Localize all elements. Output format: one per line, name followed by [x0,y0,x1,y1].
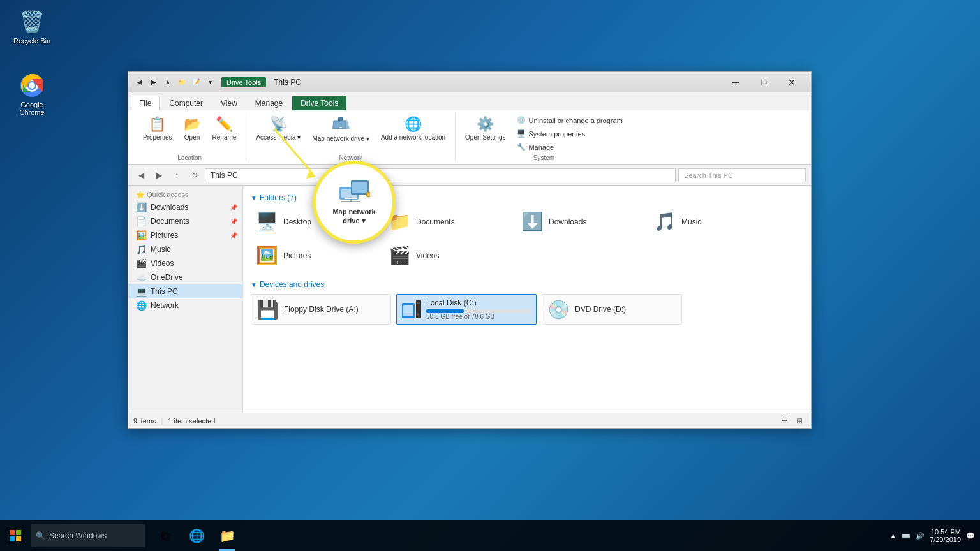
manage-icon: 🔧 [517,143,526,151]
items-count: 9 items [133,417,156,425]
floppy-info: Floppy Disk Drive (A:) [284,305,385,314]
taskbar-task-view[interactable]: ⧉ [151,520,181,551]
rename-icon: ✏️ [216,116,233,133]
ribbon-group-location: 📋 Properties 📂 Open ✏️ Rename Location [133,113,246,161]
up-nav-button[interactable]: ↑ [169,168,184,183]
rename-button[interactable]: ✏️ Rename [208,113,241,144]
ribbon: File Computer View Manage Drive Tools 📋 … [128,92,811,165]
sidebar-item-this-pc[interactable]: 💻 This PC [128,284,242,298]
sidebar-item-downloads[interactable]: ⬇️ Downloads 📌 [128,200,242,214]
tab-drive-tools[interactable]: Drive Tools [292,96,346,110]
music-icon: 🎵 [136,244,147,254]
disk-c-info: Local Disk (C:) 50.6 GB free of 78.6 GB [426,298,531,320]
system-group-label: System [461,154,627,161]
details-view-button[interactable]: ☰ [778,415,791,427]
system-properties-button[interactable]: 🖥️ System properties [512,128,627,140]
taskbar-clock[interactable]: 10:54 PM 7/29/2019 [930,528,961,543]
floppy-drive[interactable]: 💾 Floppy Disk Drive (A:) [251,294,391,325]
taskbar-edge[interactable]: 🌐 [181,520,212,551]
devices-section-header[interactable]: ▼ Devices and drives [251,280,803,289]
tab-computer[interactable]: Computer [161,96,211,110]
ribbon-content: 📋 Properties 📂 Open ✏️ Rename Location [128,110,811,165]
folders-section-header[interactable]: ▼ Folders (7) [251,193,803,202]
up-button[interactable]: ▲ [161,76,174,89]
onedrive-icon: ☁️ [136,272,147,283]
address-box[interactable]: This PC [205,168,676,182]
open-settings-button[interactable]: ⚙️ Open Settings [461,113,510,144]
large-icons-view-button[interactable]: ⊞ [793,415,806,427]
maximize-button[interactable]: □ [750,72,778,92]
back-nav-button[interactable]: ◀ [133,168,149,183]
sidebar-item-music[interactable]: 🎵 Music [128,242,242,256]
google-chrome-icon[interactable]: Google Chrome [6,70,57,119]
start-button[interactable] [0,520,31,551]
title-controls: ─ □ ✕ [722,72,806,92]
add-location-label: Add a network location [381,134,445,141]
dvd-drive-d[interactable]: 💿 DVD Drive (D:) [542,294,682,325]
add-location-icon: 🌐 [405,116,422,133]
tab-view[interactable]: View [212,96,246,110]
uninstall-icon: 💿 [517,116,526,124]
status-bar-right: ☰ ⊞ [778,415,806,427]
videos-icon: 🎬 [136,258,147,268]
tab-file[interactable]: File [131,96,160,110]
folder-pictures[interactable]: 🖼️ Pictures [251,241,378,270]
folders-title: Folders (7) [260,193,297,202]
local-disk-c[interactable]: Local Disk (C:) 50.6 GB free of 78.6 GB [396,294,537,325]
map-network-drive-button[interactable]: Map network drive ▾ [308,113,373,145]
forward-nav-button[interactable]: ▶ [151,168,167,183]
file-content: ▼ Folders (7) 🖥️ Desktop 📁 Documents ⬇️ … [243,186,811,413]
folder-music[interactable]: 🎵 Music [649,207,776,236]
properties-button[interactable]: 📋 Properties [138,113,177,144]
tray-notification[interactable]: 💬 [966,532,975,540]
desktop-folder-icon: 🖥️ [256,211,278,232]
sys-prop-label: System properties [528,130,585,138]
folder-downloads[interactable]: ⬇️ Downloads [516,207,644,236]
file-explorer-window: ◀ ▶ ▲ 📁 📝 ▾ Drive Tools This PC ─ □ ✕ Fi… [128,71,812,429]
folders-grid: 🖥️ Desktop 📁 Documents ⬇️ Downloads 🎵 Mu… [251,207,803,270]
recycle-bin-label: Recycle Bin [13,37,50,45]
open-button[interactable]: 📂 Open [179,113,205,144]
svg-rect-26 [10,536,15,541]
disk-c-icon-area [402,300,421,318]
disk-c-svg [402,300,421,318]
sidebar-item-pictures[interactable]: 🖼️ Pictures 📌 [128,228,242,242]
ribbon-tabs: File Computer View Manage Drive Tools [128,92,811,110]
add-network-location-button[interactable]: 🌐 Add a network location [376,113,450,144]
videos-label: Videos [151,259,174,268]
search-box[interactable]: Search This PC [678,168,806,182]
close-button[interactable]: ✕ [778,72,806,92]
back-button[interactable]: ◀ [133,76,146,89]
status-bar: 9 items | 1 item selected ☰ ⊞ [128,413,811,428]
taskbar-file-explorer[interactable]: 📁 [212,520,242,551]
access-media-button[interactable]: 📡 Access media ▾ [251,113,305,144]
sidebar-item-videos[interactable]: 🎬 Videos [128,256,242,270]
forward-button[interactable]: ▶ [147,76,160,89]
folder-documents[interactable]: 📁 Documents [383,207,511,236]
recycle-bin-icon[interactable]: 🗑️ Recycle Bin [6,6,57,47]
tray-up-arrow: ▲ [889,532,896,540]
documents-icon: 📄 [136,216,147,226]
uninstall-button[interactable]: 💿 Uninstall or change a program [512,114,627,126]
dropdown-icon[interactable]: ▾ [204,76,216,89]
sidebar-item-documents[interactable]: 📄 Documents 📌 [128,214,242,228]
network-icon: 🌐 [136,300,147,311]
taskbar: 🔍 Search Windows ⧉ 🌐 📁 ▲ ⌨️ 🔊 10:54 PM 7… [0,520,980,551]
refresh-button[interactable]: ↻ [187,168,202,183]
access-media-label: Access media ▾ [256,134,301,141]
pin-icon-documents: 📌 [230,218,237,225]
minimize-button[interactable]: ─ [722,72,750,92]
uninstall-label: Uninstall or change a program [528,117,622,124]
tab-manage[interactable]: Manage [247,96,291,110]
chrome-image [19,73,45,98]
sidebar-item-onedrive[interactable]: ☁️ OneDrive [128,270,242,284]
taskbar-search[interactable]: 🔍 Search Windows [31,524,145,547]
devices-chevron: ▼ [251,281,257,288]
edge-icon: 🌐 [189,528,205,543]
manage-button[interactable]: 🔧 Manage [512,141,627,153]
folder-desktop[interactable]: 🖥️ Desktop [251,207,378,236]
folder-videos[interactable]: 🎬 Videos [383,241,511,270]
sidebar-item-network[interactable]: 🌐 Network [128,298,242,312]
svg-rect-7 [338,117,343,121]
map-drive-label: Map network drive ▾ [312,135,369,142]
